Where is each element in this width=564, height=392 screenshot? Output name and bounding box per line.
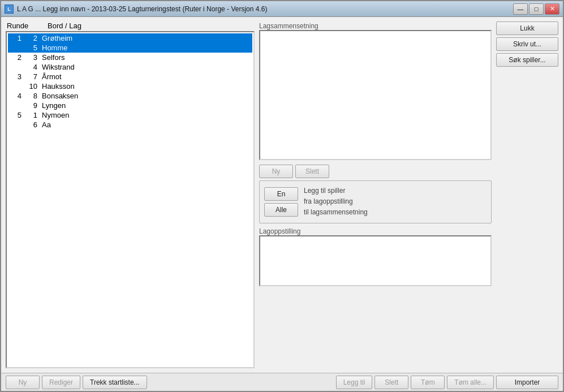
bottom-tom-alle-button[interactable]: Tøm alle... xyxy=(447,376,494,389)
lagoppstilling-listbox[interactable] xyxy=(259,235,492,286)
main-content: Runde Bord / Lag 12Grøtheim5Homme23Selfo… xyxy=(1,17,563,373)
right-column: Lagsammensetning Ny Slett En Alle xyxy=(259,21,558,368)
column-headers: Runde Bord / Lag xyxy=(6,21,255,31)
lagoppstilling-label: Lagoppstilling xyxy=(259,227,300,235)
far-right-buttons: Lukk Skriv ut... Søk spiller... xyxy=(496,21,558,368)
main-window: L L A G ... Legg inn navn - 2013-03-25 L… xyxy=(0,0,564,392)
rounds-list[interactable]: 12Grøtheim5Homme23Selfors4Wikstrand37Årm… xyxy=(6,31,255,368)
status-bar: Ny Rediger Trekk startliste... Legg til … xyxy=(1,373,563,391)
list-item[interactable]: 37Årmot xyxy=(8,72,252,81)
en-alle-column: En Alle xyxy=(264,187,298,217)
app-icon: L xyxy=(5,5,14,14)
lukk-button[interactable]: Lukk xyxy=(496,21,558,35)
left-panel: Runde Bord / Lag 12Grøtheim5Homme23Selfo… xyxy=(6,21,255,368)
skriv-ut-button[interactable]: Skriv ut... xyxy=(496,37,558,51)
list-item[interactable]: 4Wikstrand xyxy=(8,62,252,72)
ny-slett-row: Ny Slett xyxy=(259,162,492,180)
bord-header: Bord / Lag xyxy=(48,21,81,30)
list-item[interactable]: 5Homme xyxy=(8,43,252,53)
bottom-ny-button[interactable]: Ny xyxy=(6,376,40,389)
bottom-slett-button[interactable]: Slett xyxy=(374,376,408,389)
lagsammensetning-listbox[interactable] xyxy=(259,30,492,160)
importer-button[interactable]: Importer xyxy=(496,376,558,389)
right-top-area: Lagsammensetning Ny Slett En Alle xyxy=(259,21,558,368)
titlebar: L L A G ... Legg inn navn - 2013-03-25 L… xyxy=(1,1,563,17)
list-item[interactable]: 51Nymoen xyxy=(8,110,252,120)
list-item[interactable]: 9Lyngen xyxy=(8,101,252,110)
slett-button[interactable]: Slett xyxy=(295,165,329,178)
en-alle-box: En Alle Legg til spiller fra lagoppstill… xyxy=(259,180,492,223)
maximize-button[interactable]: □ xyxy=(529,3,544,15)
lagsammensetning-label: Lagsammensetning xyxy=(259,22,318,30)
minimize-button[interactable]: — xyxy=(513,3,528,15)
lagoppstilling-section: Lagoppstilling xyxy=(259,227,492,286)
bottom-rediger-button[interactable]: Rediger xyxy=(42,376,80,389)
sok-spiller-button[interactable]: Søk spiller... xyxy=(496,53,558,67)
right-center: Lagsammensetning Ny Slett En Alle xyxy=(259,21,492,368)
lagsammensetning-section: Lagsammensetning xyxy=(259,21,492,160)
close-window-button[interactable]: ✕ xyxy=(545,3,559,15)
list-item[interactable]: 23Selfors xyxy=(8,53,252,62)
runde-header: Runde xyxy=(7,21,48,30)
list-item[interactable]: 12Grøtheim xyxy=(8,33,252,43)
window-title: L A G ... Legg inn navn - 2013-03-25 Lag… xyxy=(17,5,513,13)
bottom-legg-til-button[interactable]: Legg til xyxy=(336,376,373,389)
trekk-startliste-button[interactable]: Trekk startliste... xyxy=(83,376,147,389)
titlebar-buttons: — □ ✕ xyxy=(513,3,559,15)
ny-button[interactable]: Ny xyxy=(259,165,293,178)
list-item[interactable]: 10Hauksson xyxy=(8,81,252,91)
bottom-tom-button[interactable]: Tøm xyxy=(411,376,445,389)
alle-button[interactable]: Alle xyxy=(264,203,298,217)
list-item[interactable]: 48Bonsaksen xyxy=(8,91,252,101)
list-item[interactable]: 6Aa xyxy=(8,120,252,130)
middle-description: Legg til spiller fra lagoppstilling til … xyxy=(304,186,368,218)
en-button[interactable]: En xyxy=(264,187,298,201)
